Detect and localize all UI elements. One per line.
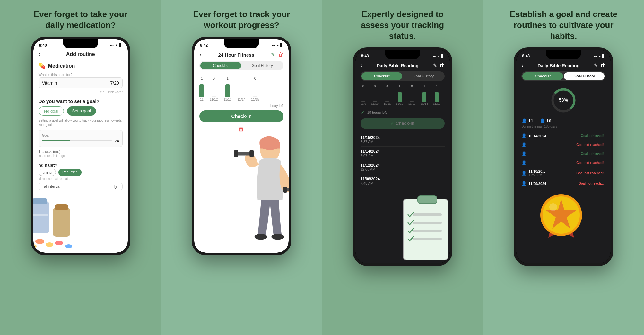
- gh-log-left-3: 👤: [521, 160, 528, 165]
- checkin-button-3[interactable]: ✓ Check-in: [361, 118, 445, 129]
- checklist-tab-3[interactable]: Checklist: [361, 72, 402, 80]
- back-button-3[interactable]: ‹: [361, 62, 362, 69]
- person-icon-1: 👤: [521, 118, 527, 123]
- chart-bar-wrap-3: [239, 81, 244, 97]
- gh-badge-5: Goal not reach...: [577, 181, 605, 186]
- panel-1: Ever forget to take your daily medicatio…: [0, 0, 161, 335]
- dark-header-3: ‹ Daily Bible Reading ✎ 🗑: [355, 60, 450, 70]
- gh-log-left-4: 👤 11/10/20... 11:59 PM: [521, 169, 545, 177]
- gh-log-date-4: 11/10/20...: [528, 169, 545, 173]
- goal-history-tab-3[interactable]: Goal History: [403, 72, 444, 80]
- no-goal-button[interactable]: No goal: [39, 106, 64, 116]
- chart-bar-wrap-0: [199, 81, 204, 97]
- status-icons-3: ▪▪▪ ▲ ▊: [433, 54, 444, 58]
- panel-2: Ever forget to track your workout progre…: [161, 0, 322, 335]
- status-icons-4: ▪▪▪ ▲ ▊: [594, 54, 605, 58]
- screen-1: 8:40 ▪▪▪ ▲ ▊ ‹ Add routine 💊 Medication …: [33, 39, 128, 253]
- log-item-1: 11/14/2024 6:07 PM: [361, 147, 445, 160]
- input-label: What is this habit for?: [39, 73, 123, 77]
- goal-slider-row: 24: [42, 139, 119, 143]
- gh-header-icons: ✎ 🗑: [594, 62, 605, 68]
- non-recurring-button[interactable]: urring: [39, 169, 56, 176]
- gh-log-left-1: 👤: [521, 142, 528, 147]
- chart-num-2: 1: [227, 77, 229, 80]
- edit-icon-3[interactable]: ✎: [433, 62, 437, 68]
- gh-log-item-5: 👤 11/09/2024 Goal not reach...: [521, 179, 605, 188]
- trash-row: 🗑: [194, 123, 289, 135]
- back-button-4[interactable]: ‹: [521, 62, 523, 69]
- nav-bar-1: ‹ Add routine: [33, 50, 128, 59]
- checklist-tab-4[interactable]: Checklist: [522, 72, 563, 80]
- chart-bar-wrap-1: [212, 81, 216, 97]
- stat-period: During the past 180 days: [516, 125, 611, 130]
- goal-history-tab-4[interactable]: Goal History: [564, 72, 605, 80]
- dark-col-5: 1 11/14: [421, 85, 428, 105]
- gh-badge-4: Goal not reached!: [574, 171, 605, 176]
- edit-icon[interactable]: ✎: [271, 52, 275, 58]
- phone-1: 8:40 ▪▪▪ ▲ ▊ ‹ Add routine 💊 Medication …: [31, 37, 130, 255]
- delete-icon[interactable]: 🗑: [278, 52, 283, 58]
- back-button-1[interactable]: ‹: [39, 51, 40, 58]
- recurring-btn-row: urring Recurring: [33, 169, 128, 177]
- gh-log-item-4: 👤 11/10/20... 11:59 PM Goal not reached!: [521, 168, 605, 179]
- goal-slider[interactable]: [42, 140, 112, 141]
- dark-chart-3: 0 11/9 0 11/10 0 11/11 1 11/12: [355, 82, 450, 108]
- char-count: 7/20: [110, 80, 119, 86]
- gh-log-item-2: 👤 Goal achieved!: [521, 149, 605, 158]
- habit-input-group: What is this habit for? Vitamin 7/20: [39, 73, 123, 88]
- circle-chart: 53%: [516, 82, 611, 116]
- screen-title-1: Add routine: [66, 51, 95, 57]
- svg-text:53%: 53%: [559, 97, 568, 103]
- gh-log-item-0: 👤 10/14/2024 Goal achieved!: [521, 131, 605, 140]
- section-row: 💊 Medication: [33, 59, 128, 73]
- gh-badge-3: Goal not reached!: [574, 160, 605, 165]
- edit-icon-4[interactable]: ✎: [594, 62, 598, 68]
- gh-log-time-4: 11:59 PM: [528, 173, 545, 177]
- section-label: Medication: [48, 63, 75, 69]
- back-button-2[interactable]: ‹: [199, 51, 201, 58]
- chart-bar-1: [212, 96, 216, 97]
- chart-date-3: 11/14: [237, 98, 245, 101]
- gh-person-5: 👤: [521, 181, 527, 186]
- screen-2: 8:42 ▪▪▪ ▲ ▊ ‹ 24 Hour Fitness ✎ 🗑 Check…: [194, 39, 289, 253]
- chart-date-4: 11/15: [251, 98, 259, 101]
- chart-col-2: 1 11/13: [223, 77, 231, 101]
- screen-3: 8:43 ▪▪▪ ▲ ▊ ‹ Daily Bible Reading ✎ 🗑 C…: [355, 50, 450, 263]
- checklist-tab-2[interactable]: Checklist: [200, 62, 241, 69]
- person-icon-2: 👤: [540, 118, 545, 123]
- gh-person-2: 👤: [521, 151, 527, 156]
- status-time-4: 8:43: [522, 54, 530, 58]
- phone-4: 8:43 ▪▪▪ ▲ ▊ ‹ Daily Bible Reading ✎ 🗑 C…: [514, 47, 613, 266]
- gh-badge-1: Goal not reached!: [574, 142, 605, 147]
- interval-val: ily: [113, 184, 117, 189]
- panel-4-headline: Establish a goal and create routines to …: [509, 9, 618, 41]
- dark-col-1: 0 11/10: [371, 85, 379, 105]
- habit-input[interactable]: Vitamin 7/20: [39, 77, 123, 88]
- gh-person-1: 👤: [521, 142, 527, 147]
- delete-icon-4[interactable]: 🗑: [600, 62, 605, 68]
- chart-num-0: 1: [201, 77, 203, 80]
- checkin-button-2[interactable]: Check-in: [199, 110, 283, 122]
- chart-date-2: 11/13: [223, 98, 231, 101]
- recurring-button[interactable]: Recurring: [58, 169, 82, 176]
- log-list-3: 11/15/2024 8:37 AM 11/14/2024 6:07 PM 11…: [355, 130, 450, 191]
- gh-title: Daily Bible Reading: [537, 63, 579, 68]
- gh-log-left-2: 👤: [521, 151, 528, 156]
- stat-item-2: 👤 10: [540, 118, 552, 123]
- goal-question: Do you want to set a goal?: [33, 95, 128, 106]
- delete-icon-3[interactable]: 🗑: [439, 62, 445, 68]
- gh-log-item-3: 👤 Goal not reached!: [521, 158, 605, 168]
- checkin-check-3: ✓: [390, 121, 396, 126]
- mins-label: ins to reach the goal: [33, 154, 128, 160]
- interval-label: al interval: [44, 184, 60, 189]
- log-item-2: 11/12/2024 12:06 AM: [361, 160, 445, 174]
- chart-bar-wrap-2: [225, 81, 230, 97]
- gh-person-0: 👤: [521, 133, 527, 138]
- goal-box: Goal 24: [39, 130, 123, 147]
- log-time-0: 8:37 AM: [361, 140, 445, 144]
- set-goal-button[interactable]: Set a goal: [67, 106, 96, 116]
- trash-icon-2[interactable]: 🗑: [239, 126, 244, 133]
- habit-type-question: ng habit?: [33, 160, 128, 169]
- goal-history-tab-2[interactable]: Goal History: [242, 62, 283, 69]
- gh-header: ‹ Daily Bible Reading ✎ 🗑: [516, 60, 611, 70]
